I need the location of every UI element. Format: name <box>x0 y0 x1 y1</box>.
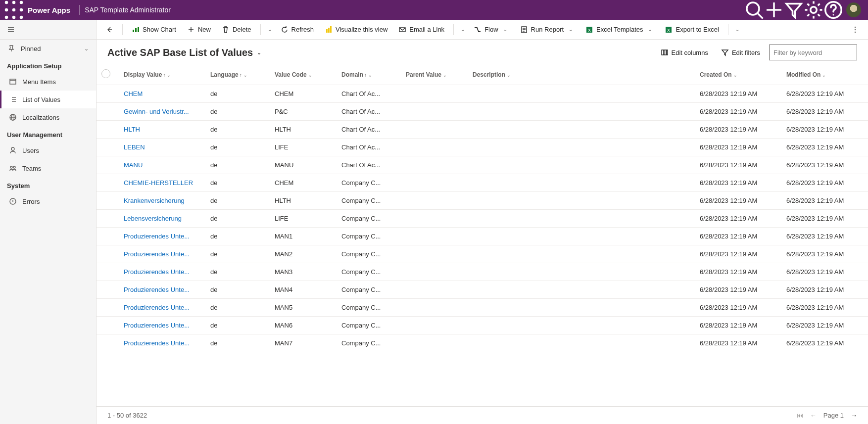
app-launcher-button[interactable] <box>4 0 24 20</box>
environment-label[interactable]: SAP Template Administrator <box>85 6 171 14</box>
delete-button[interactable]: Delete <box>218 22 255 38</box>
row-select[interactable] <box>96 317 119 334</box>
row-select[interactable] <box>96 299 119 317</box>
record-link[interactable]: Lebensversicherung <box>124 215 182 222</box>
edit-columns-button[interactable]: Edit columns <box>657 47 712 58</box>
row-select[interactable] <box>96 263 119 281</box>
command-overflow-button[interactable] <box>847 22 863 38</box>
email-split-button[interactable]: ⌄ <box>459 27 467 32</box>
search-icon[interactable] <box>744 0 764 20</box>
left-nav: Pinned ⌄ Application Setup Menu Items Li… <box>0 20 96 424</box>
row-select[interactable] <box>96 156 119 174</box>
back-button[interactable] <box>101 22 117 38</box>
col-created-on[interactable]: Created On⌄ <box>695 64 781 85</box>
row-select[interactable] <box>96 281 119 299</box>
table-row[interactable]: HLTHdeHLTHChart Of Ac...6/28/2023 12:19 … <box>96 121 868 139</box>
table-row[interactable]: CHEMdeCHEMChart Of Ac...6/28/2023 12:19 … <box>96 85 868 103</box>
col-description[interactable]: Description⌄ <box>468 64 695 85</box>
record-link[interactable]: MANU <box>124 161 143 169</box>
row-select[interactable] <box>96 245 119 263</box>
nav-pinned[interactable]: Pinned ⌄ <box>0 40 96 57</box>
view-selector[interactable]: Active SAP Base List of Values ⌄ <box>107 47 261 58</box>
col-parent-value[interactable]: Parent Value⌄ <box>401 64 468 85</box>
table-row[interactable]: MANUdeMANUChart Of Ac...6/28/2023 12:19 … <box>96 156 868 174</box>
table-row[interactable]: Gewinn- und Verlustr...deP&CChart Of Ac.… <box>96 103 868 121</box>
settings-icon[interactable] <box>804 0 823 20</box>
record-link[interactable]: CHEMIE-HERSTELLER <box>124 179 193 187</box>
filter-icon[interactable] <box>784 0 804 20</box>
record-link[interactable]: Produzierendes Unte... <box>124 339 190 347</box>
export-excel-button[interactable]: XExport to Excel <box>661 22 723 38</box>
record-link[interactable]: Gewinn- und Verlustr... <box>124 108 189 115</box>
nav-collapse-button[interactable] <box>0 20 96 40</box>
pager-next-button[interactable]: → <box>851 412 857 419</box>
col-display-value[interactable]: Display Value↑⌄ <box>119 64 205 85</box>
show-chart-button[interactable]: Show Chart <box>128 22 180 38</box>
col-domain[interactable]: Domain↑⌄ <box>337 64 401 85</box>
plus-icon <box>187 26 195 34</box>
row-select[interactable] <box>96 103 119 121</box>
pager-prev-button[interactable]: ← <box>810 412 817 419</box>
col-value-code[interactable]: Value Code⌄ <box>270 64 337 85</box>
nav-list-of-values[interactable]: List of Values <box>0 91 96 108</box>
row-select[interactable] <box>96 85 119 103</box>
select-all-header[interactable] <box>96 64 119 85</box>
nav-menu-items[interactable]: Menu Items <box>0 73 96 91</box>
table-row[interactable]: LebensversicherungdeLIFECompany C...6/28… <box>96 210 868 228</box>
row-select[interactable] <box>96 334 119 352</box>
table-row[interactable]: Produzierendes Unte...deMAN5Company C...… <box>96 299 868 317</box>
record-link[interactable]: Krankenversicherung <box>124 197 185 204</box>
nav-errors[interactable]: Errors <box>0 192 96 210</box>
col-language[interactable]: Language↑⌄ <box>205 64 270 85</box>
table-row[interactable]: Produzierendes Unte...deMAN4Company C...… <box>96 281 868 299</box>
col-modified-on[interactable]: Modified On⌄ <box>781 64 868 85</box>
record-link[interactable]: Produzierendes Unte... <box>124 286 190 293</box>
row-select[interactable] <box>96 174 119 192</box>
record-link[interactable]: LEBEN <box>124 143 145 151</box>
record-link[interactable]: Produzierendes Unte... <box>124 268 190 276</box>
record-link[interactable]: Produzierendes Unte... <box>124 322 190 329</box>
row-select[interactable] <box>96 210 119 228</box>
table-row[interactable]: KrankenversicherungdeHLTHCompany C...6/2… <box>96 192 868 210</box>
table-row[interactable]: Produzierendes Unte...deMAN6Company C...… <box>96 317 868 334</box>
excel-templates-button[interactable]: XExcel Templates⌄ <box>581 22 658 38</box>
table-row[interactable]: Produzierendes Unte...deMAN7Company C...… <box>96 334 868 352</box>
svg-rect-58 <box>662 50 664 55</box>
nav-localizations[interactable]: Localizations <box>0 108 96 126</box>
edit-filters-button[interactable]: Edit filters <box>717 47 764 58</box>
help-icon[interactable] <box>823 0 843 20</box>
nav-users[interactable]: Users <box>0 141 96 159</box>
keyword-filter-input[interactable] <box>769 45 857 60</box>
visualize-button[interactable]: Visualize this view <box>321 22 391 38</box>
row-select[interactable] <box>96 228 119 245</box>
email-link-button[interactable]: Email a Link <box>394 22 448 38</box>
cell-domain: Company C... <box>337 334 401 352</box>
record-link[interactable]: Produzierendes Unte... <box>124 233 190 240</box>
table-row[interactable]: Produzierendes Unte...deMAN2Company C...… <box>96 245 868 263</box>
add-icon[interactable] <box>764 0 784 20</box>
user-avatar[interactable] <box>846 2 861 17</box>
select-all-checkbox[interactable] <box>101 69 110 78</box>
pin-icon <box>7 45 16 52</box>
data-grid[interactable]: Display Value↑⌄ Language↑⌄ Value Code⌄ D… <box>96 64 868 406</box>
row-select[interactable] <box>96 139 119 156</box>
run-report-button[interactable]: Run Report⌄ <box>516 22 579 38</box>
table-row[interactable]: CHEMIE-HERSTELLERdeCHEMCompany C...6/28/… <box>96 174 868 192</box>
delete-split-button[interactable]: ⌄ <box>266 27 274 32</box>
row-select[interactable] <box>96 192 119 210</box>
table-row[interactable]: LEBENdeLIFEChart Of Ac...6/28/2023 12:19… <box>96 139 868 156</box>
new-button[interactable]: New <box>183 22 215 38</box>
nav-pinned-label: Pinned <box>21 45 41 52</box>
export-split-button[interactable]: ⌄ <box>733 27 741 32</box>
flow-button[interactable]: Flow⌄ <box>470 22 513 38</box>
nav-teams[interactable]: Teams <box>0 159 96 177</box>
record-link[interactable]: CHEM <box>124 90 143 97</box>
row-select[interactable] <box>96 121 119 139</box>
refresh-button[interactable]: Refresh <box>277 22 318 38</box>
table-row[interactable]: Produzierendes Unte...deMAN3Company C...… <box>96 263 868 281</box>
table-row[interactable]: Produzierendes Unte...deMAN1Company C...… <box>96 228 868 245</box>
record-link[interactable]: HLTH <box>124 126 140 133</box>
record-link[interactable]: Produzierendes Unte... <box>124 304 190 311</box>
pager-first-button[interactable]: ⏮ <box>797 412 803 419</box>
record-link[interactable]: Produzierendes Unte... <box>124 250 190 258</box>
